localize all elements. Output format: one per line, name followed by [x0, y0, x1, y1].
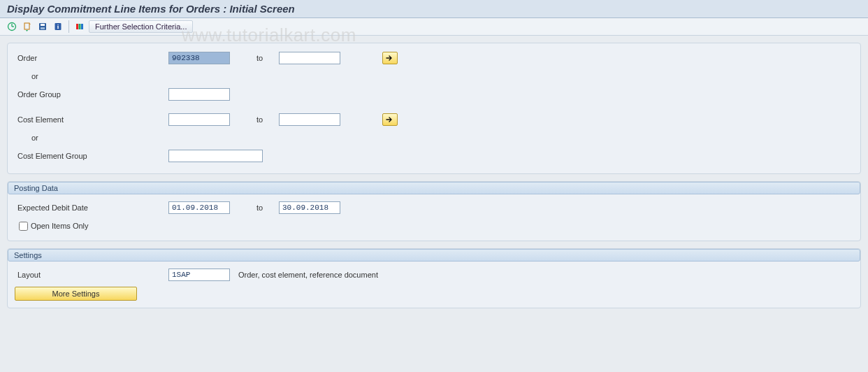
to-label: to	[230, 54, 279, 62]
order-row: Order to	[15, 50, 853, 66]
posting-data-panel: Posting Data Expected Debit Date to Open…	[7, 181, 861, 241]
open-items-label: Open Items Only	[31, 222, 89, 230]
or-label-1: or	[15, 72, 168, 80]
open-items-row: Open Items Only	[15, 218, 853, 234]
cost-element-label: Cost Element	[15, 115, 168, 124]
layout-label: Layout	[15, 271, 168, 279]
settings-panel: Settings Layout Order, cost element, ref…	[7, 248, 861, 308]
cost-element-group-label: Cost Element Group	[15, 152, 168, 160]
order-label: Order	[15, 54, 168, 62]
expected-debit-to-input[interactable]	[279, 201, 340, 214]
info-icon[interactable]: i	[52, 20, 64, 33]
svg-rect-10	[79, 24, 81, 29]
svg-rect-3	[24, 23, 29, 29]
cost-element-to-input[interactable]	[279, 113, 340, 126]
svg-rect-9	[76, 24, 78, 29]
order-multiple-selection-icon[interactable]	[382, 52, 398, 64]
open-items-checkbox[interactable]	[19, 222, 28, 231]
cost-element-multiple-selection-icon[interactable]	[382, 113, 398, 126]
main-area: Order to or Order Group Cost Element to	[0, 36, 868, 322]
more-settings-button[interactable]: More Settings	[15, 287, 137, 301]
expected-debit-label: Expected Debit Date	[15, 203, 168, 212]
layout-row: Layout Order, cost element, reference do…	[15, 267, 853, 282]
layout-input[interactable]	[168, 269, 230, 281]
execute-icon[interactable]	[6, 20, 18, 33]
save-variant-icon[interactable]	[36, 20, 49, 33]
order-group-row: Order Group	[15, 87, 853, 102]
cost-element-group-row: Cost Element Group	[15, 148, 853, 164]
svg-rect-11	[81, 24, 83, 29]
cost-element-row: Cost Element to	[15, 112, 853, 127]
order-group-label: Order Group	[15, 90, 168, 99]
order-group-input[interactable]	[168, 88, 230, 101]
or-row-2: or	[15, 130, 853, 145]
cost-element-from-input[interactable]	[168, 113, 230, 126]
order-from-input[interactable]	[168, 52, 230, 64]
cost-element-group-input[interactable]	[168, 150, 263, 162]
data-source-icon[interactable]	[73, 20, 86, 33]
expected-debit-from-input[interactable]	[168, 201, 230, 214]
or-row: or	[15, 69, 853, 84]
further-selection-button[interactable]: Further Selection Criteria...	[89, 20, 193, 33]
screen-title: Display Commitment Line Items for Orders…	[0, 0, 868, 18]
order-to-input[interactable]	[279, 52, 340, 64]
layout-description: Order, cost element, reference document	[238, 271, 378, 279]
to-label: to	[230, 203, 279, 212]
or-label-2: or	[15, 134, 168, 142]
svg-rect-6	[41, 27, 45, 29]
svg-rect-5	[41, 24, 45, 26]
application-toolbar: i Further Selection Criteria...	[0, 18, 868, 36]
selection-criteria-panel: Order to or Order Group Cost Element to	[7, 43, 861, 174]
expected-debit-row: Expected Debit Date to	[15, 200, 853, 215]
settings-title: Settings	[8, 249, 860, 262]
get-variant-icon[interactable]	[21, 20, 34, 33]
toolbar-separator	[68, 20, 69, 33]
to-label: to	[230, 115, 279, 124]
posting-data-title: Posting Data	[8, 182, 860, 194]
